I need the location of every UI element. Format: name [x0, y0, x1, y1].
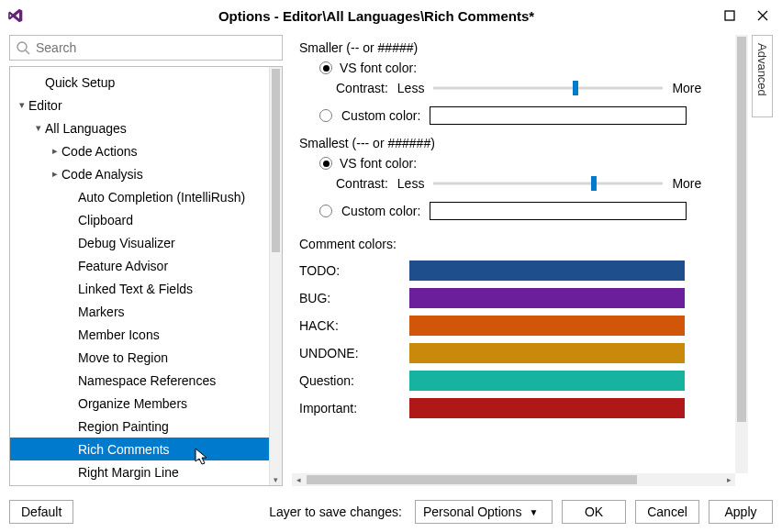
- comment-color-label: Important:: [299, 401, 400, 416]
- chevron-down-icon[interactable]: ▾: [16, 99, 28, 111]
- contrast-label-2: Contrast:: [336, 176, 388, 191]
- panel-hscrollbar[interactable]: ◂ ▸: [292, 473, 735, 486]
- comment-color-row: TODO:: [299, 257, 733, 284]
- tree-item-label: Code Analysis: [61, 167, 143, 182]
- tree-item[interactable]: Quick Setup: [10, 71, 269, 94]
- tree-item-label: Quick Setup: [45, 75, 115, 90]
- tree-item[interactable]: Auto Completion (IntelliRush): [10, 185, 269, 208]
- chevron-right-icon[interactable]: ▸: [49, 168, 61, 180]
- smaller-custom-label: Custom color:: [341, 108, 420, 123]
- smaller-vsfont-radio[interactable]: [319, 61, 332, 74]
- search-field[interactable]: [34, 39, 276, 56]
- comment-color-swatch[interactable]: [409, 260, 685, 281]
- comment-colors-heading: Comment colors:: [299, 237, 733, 251]
- chevron-down-icon: ▼: [529, 507, 538, 517]
- comment-color-row: Important:: [299, 394, 733, 422]
- tree-item[interactable]: Linked Text & Fields: [10, 277, 269, 300]
- tree-item[interactable]: Clipboard: [10, 208, 269, 231]
- window-title: Options - Editor\All Languages\Rich Comm…: [31, 8, 721, 24]
- tree-item[interactable]: Feature Advisor: [10, 254, 269, 277]
- tree-item-label: Organize Members: [78, 396, 187, 411]
- options-tree: Quick Setup▾Editor▾All Languages▸Code Ac…: [9, 66, 283, 486]
- layer-combo[interactable]: Personal Options ▼: [415, 500, 553, 524]
- advanced-tab[interactable]: Advanced: [752, 35, 773, 117]
- tree-scroll-thumb[interactable]: [272, 69, 280, 252]
- comment-color-label: TODO:: [299, 263, 400, 278]
- panel-vscrollbar[interactable]: [735, 35, 748, 473]
- contrast-less: Less: [397, 81, 425, 95]
- layer-value: Personal Options: [423, 504, 521, 519]
- tree-item-label: Rich Comments: [78, 442, 170, 457]
- tree-item[interactable]: Markers: [10, 300, 269, 323]
- apply-button[interactable]: Apply: [709, 500, 773, 524]
- tree-item[interactable]: ▾All Languages: [10, 116, 269, 139]
- smallest-vsfont-radio[interactable]: [319, 157, 332, 170]
- tree-item[interactable]: Member Icons: [10, 323, 269, 346]
- tree-item[interactable]: Organize Members: [10, 392, 269, 415]
- tree-item-label: Right Margin Line: [78, 465, 179, 480]
- tree-item-label: All Languages: [45, 121, 127, 136]
- comment-color-swatch[interactable]: [409, 398, 685, 418]
- ok-button[interactable]: OK: [562, 500, 626, 524]
- tree-item-label: Clipboard: [78, 213, 133, 227]
- tree-item[interactable]: Region Painting: [10, 415, 269, 438]
- comment-color-label: Question:: [299, 373, 400, 388]
- hscroll-left-icon[interactable]: ◂: [292, 475, 305, 484]
- tree-item-label: Auto Completion (IntelliRush): [78, 190, 245, 205]
- chevron-down-icon[interactable]: ▾: [32, 122, 45, 134]
- comment-color-swatch[interactable]: [409, 343, 685, 363]
- tree-item[interactable]: ▸Code Analysis: [10, 162, 269, 185]
- contrast-more: More: [672, 81, 701, 95]
- tree-item[interactable]: Debug Visualizer: [10, 231, 269, 254]
- svg-point-1: [17, 42, 27, 51]
- search-icon: [16, 40, 30, 55]
- comment-color-row: Question:: [299, 367, 733, 394]
- tree-item[interactable]: Namespace References: [10, 369, 269, 392]
- smallest-custom-color[interactable]: [430, 202, 687, 220]
- default-button[interactable]: Default: [9, 500, 73, 524]
- tree-item-label: Feature Advisor: [78, 259, 168, 273]
- tree-scrollbar[interactable]: ▾: [269, 67, 282, 485]
- tree-item-label: Region Painting: [78, 419, 169, 434]
- footer: Default Layer to save changes: Personal …: [0, 492, 782, 532]
- smaller-custom-color[interactable]: [430, 106, 687, 125]
- search-input[interactable]: [9, 35, 283, 61]
- comment-color-row: HACK:: [299, 312, 733, 339]
- comment-color-swatch[interactable]: [409, 288, 685, 308]
- maximize-button[interactable]: [721, 7, 738, 24]
- vs-logo-icon: [6, 6, 26, 26]
- comment-color-label: BUG:: [299, 291, 400, 305]
- tree-item[interactable]: Right Margin Line: [10, 460, 269, 483]
- smallest-heading: Smallest (--- or ######): [299, 136, 733, 150]
- panel-hscroll-thumb[interactable]: [307, 475, 637, 484]
- tree-item[interactable]: ▾Editor: [10, 94, 269, 116]
- comment-color-swatch[interactable]: [409, 371, 685, 391]
- comment-color-swatch[interactable]: [409, 316, 685, 336]
- tree-item-label: Namespace References: [78, 373, 216, 388]
- layer-label: Layer to save changes:: [269, 504, 402, 519]
- smallest-custom-radio[interactable]: [319, 205, 332, 217]
- scroll-down-icon[interactable]: ▾: [270, 475, 282, 484]
- tree-item-label: Code Actions: [61, 144, 138, 159]
- comment-color-row: UNDONE:: [299, 339, 733, 367]
- tree-item[interactable]: ▸Code Actions: [10, 139, 269, 162]
- smaller-custom-radio[interactable]: [319, 109, 332, 122]
- tree-item[interactable]: Rich Comments: [10, 438, 269, 460]
- tree-item[interactable]: Move to Region: [10, 346, 269, 369]
- comment-color-label: HACK:: [299, 318, 400, 333]
- tree-item-label: Debug Visualizer: [78, 236, 175, 250]
- smallest-contrast-slider[interactable]: [433, 177, 663, 190]
- smaller-vsfont-label: VS font color:: [340, 61, 417, 75]
- comment-color-row: BUG:: [299, 284, 733, 312]
- smaller-contrast-slider[interactable]: [433, 82, 663, 94]
- close-button[interactable]: [754, 7, 771, 24]
- smaller-heading: Smaller (-- or #####): [299, 40, 733, 55]
- cancel-button[interactable]: Cancel: [635, 500, 699, 524]
- chevron-right-icon[interactable]: ▸: [49, 145, 61, 157]
- settings-panel: Smaller (-- or #####) VS font color: Con…: [292, 35, 748, 486]
- title-bar: Options - Editor\All Languages\Rich Comm…: [0, 0, 782, 31]
- panel-vscroll-thumb[interactable]: [737, 37, 746, 422]
- contrast-more-2: More: [672, 176, 701, 191]
- comment-color-label: UNDONE:: [299, 346, 400, 360]
- hscroll-right-icon[interactable]: ▸: [722, 475, 735, 484]
